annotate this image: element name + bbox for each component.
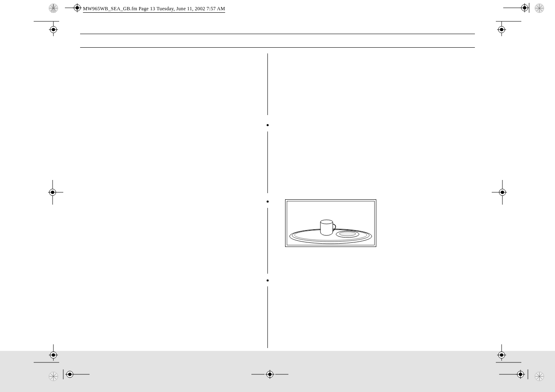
microwave-interior-illustration	[285, 199, 376, 247]
horizontal-rule	[80, 34, 475, 34]
register-mark-icon	[499, 368, 532, 380]
register-mark-icon	[503, 2, 532, 14]
page-divider-vertical	[267, 208, 268, 274]
register-mark-icon	[493, 20, 521, 44]
swirl-badge-icon	[48, 371, 58, 381]
register-mark-icon	[493, 344, 521, 369]
register-mark-icon	[34, 20, 62, 44]
bullet-icon	[267, 124, 269, 126]
page-header-line: MW965WB_SEA_GB.fm Page 13 Tuesday, June …	[83, 6, 225, 13]
swirl-badge-icon	[48, 3, 58, 13]
svg-point-7	[320, 220, 333, 224]
horizontal-rule	[80, 47, 475, 48]
page-divider-vertical	[267, 53, 268, 115]
register-mark-icon	[34, 344, 62, 369]
bullet-icon	[267, 201, 269, 203]
register-mark-icon	[36, 180, 65, 205]
register-mark-icon	[65, 2, 85, 14]
register-mark-icon	[251, 368, 288, 380]
svg-point-6	[339, 232, 356, 236]
register-mark-icon	[62, 368, 91, 380]
page-divider-vertical	[267, 131, 268, 193]
register-mark-icon	[490, 180, 519, 205]
swirl-badge-icon	[534, 3, 544, 13]
page-divider-vertical	[267, 286, 268, 348]
swirl-badge-icon	[534, 371, 544, 381]
bullet-icon	[267, 279, 269, 281]
